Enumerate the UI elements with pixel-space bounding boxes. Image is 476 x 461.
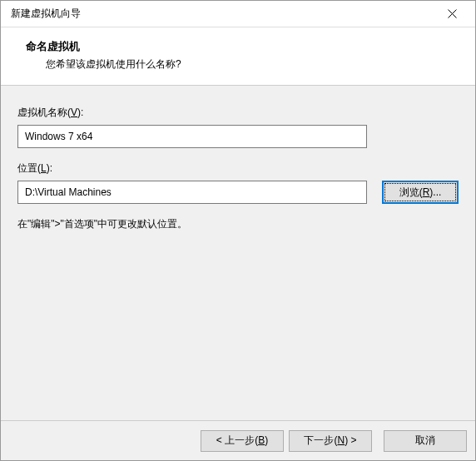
close-button[interactable]: [435, 2, 469, 27]
cancel-button[interactable]: 取消: [384, 430, 467, 452]
next-button[interactable]: 下一步(N) >: [289, 430, 372, 452]
page-title: 命名虚拟机: [26, 39, 459, 54]
footer-buttons: < 上一步(B) 下一步(N) > 取消: [1, 420, 475, 460]
vmname-label: 虚拟机名称(V):: [17, 106, 459, 120]
vmname-group: 虚拟机名称(V):: [17, 106, 459, 148]
hint-text: 在"编辑">"首选项"中可更改默认位置。: [17, 217, 459, 231]
header-section: 命名虚拟机 您希望该虚拟机使用什么名称?: [1, 27, 475, 86]
wizard-window: 新建虚拟机向导 命名虚拟机 您希望该虚拟机使用什么名称? 虚拟机名称(V): 位…: [0, 0, 476, 461]
vmname-input[interactable]: [17, 125, 367, 148]
window-title: 新建虚拟机向导: [11, 7, 435, 21]
browse-button[interactable]: 浏览(R)...: [382, 181, 459, 204]
location-row: 浏览(R)...: [17, 181, 459, 204]
location-group: 位置(L): 浏览(R)...: [17, 161, 459, 204]
location-label: 位置(L):: [17, 161, 459, 176]
content-area: 虚拟机名称(V): 位置(L): 浏览(R)... 在"编辑">"首选项"中可更…: [1, 86, 475, 420]
back-button[interactable]: < 上一步(B): [201, 430, 284, 452]
location-input[interactable]: [17, 181, 367, 204]
page-subtitle: 您希望该虚拟机使用什么名称?: [26, 57, 459, 72]
titlebar: 新建虚拟机向导: [1, 1, 475, 27]
close-icon: [448, 9, 457, 18]
